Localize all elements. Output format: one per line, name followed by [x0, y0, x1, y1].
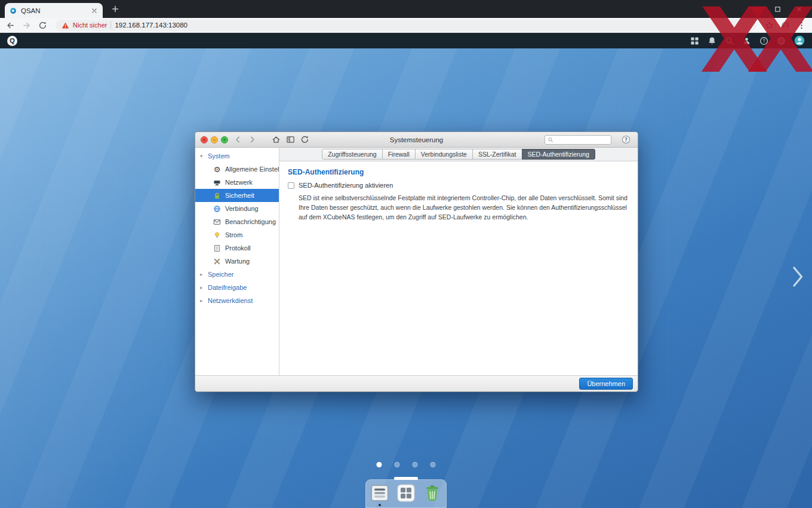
sed-description: SED ist eine selbstverschlüsselnde Festp…: [299, 194, 629, 222]
browser-tabstrip: QSAN: [0, 0, 812, 18]
sidebar-item-label: Wartung: [225, 258, 250, 265]
sidebar-section-dateifreigabe[interactable]: ▸Dateifreigabe: [195, 281, 279, 294]
address-bar[interactable]: Nicht sicher 192.168.177.143:13080: [56, 20, 756, 31]
dock-items: [365, 479, 447, 507]
maintenance-icon: [213, 258, 221, 265]
sidebar-item-sicherheit[interactable]: Sicherheit: [195, 189, 279, 202]
sidebar-section-netzwerkdienst[interactable]: ▸Netzwerkdienst: [195, 294, 279, 307]
window-statusbar: Übernehmen: [195, 375, 638, 391]
home-icon[interactable]: [272, 135, 281, 144]
sidebar-item-strom[interactable]: Strom: [195, 228, 279, 241]
window-search-input[interactable]: [556, 137, 608, 143]
reload-icon[interactable]: [38, 21, 47, 30]
apply-button[interactable]: Übernehmen: [579, 378, 633, 390]
nas-topbar: Q ?: [0, 33, 812, 48]
nas-desktop: ×−+ Systemsteuerung ? ▾System⚙Allgemeine…: [0, 48, 812, 508]
dock: [365, 479, 447, 508]
window-refresh-icon[interactable]: [300, 135, 309, 144]
window-back-icon[interactable]: [233, 135, 242, 144]
sidebar-item-label: Verbindung: [225, 205, 259, 212]
sidebar-item-netzwerk[interactable]: Netzwerk: [195, 176, 279, 189]
sidebar-toggle-icon[interactable]: [286, 135, 295, 144]
pager-dot-1[interactable]: [377, 462, 382, 467]
back-icon[interactable]: [6, 21, 15, 30]
tab-ssl-zertifikat[interactable]: SSL-Zertifikat: [472, 149, 522, 160]
sidebar-item-protokoll[interactable]: Protokoll: [195, 241, 279, 255]
tab-zugriffssteuerung[interactable]: Zugriffssteuerung: [322, 149, 383, 160]
sidebar-section-label: System: [208, 152, 230, 160]
search-icon[interactable]: [725, 36, 734, 45]
screen: QSAN Nicht sicher 192.168.177.143:13080 …: [0, 0, 812, 508]
sidebar-item-label: Netzwerk: [225, 179, 253, 186]
sidebar-item-allgemeine-einstellun[interactable]: ⚙Allgemeine Einstellun...: [195, 163, 279, 176]
dock-handle[interactable]: [394, 477, 418, 480]
sidebar-section-system[interactable]: ▾System: [195, 149, 279, 163]
address-divider: [110, 22, 111, 29]
dock-recycle-bin-icon[interactable]: [422, 483, 442, 507]
minimize-button[interactable]: [745, 0, 767, 18]
menu-icon[interactable]: [797, 21, 806, 30]
language-icon[interactable]: [777, 36, 786, 45]
sidebar-item-verbindung[interactable]: Verbindung: [195, 202, 279, 215]
sidebar-section-label: Dateifreigabe: [208, 284, 247, 291]
pager-dot-3[interactable]: [413, 462, 418, 467]
new-tab-button[interactable]: [111, 5, 119, 13]
sidebar-item-label: Allgemeine Einstellun...: [225, 166, 279, 173]
url-text: 192.168.177.143:13080: [115, 22, 187, 29]
sidebar-item-wartung[interactable]: Wartung: [195, 255, 279, 268]
next-page-chevron-icon[interactable]: [792, 266, 804, 287]
pager-dot-2[interactable]: [395, 462, 400, 467]
browser-tab[interactable]: QSAN: [5, 3, 103, 18]
forward-icon[interactable]: [22, 21, 31, 30]
star-icon[interactable]: [765, 21, 774, 30]
settings-tabbar: ZugriffssteuerungFirewallVerbindungslist…: [279, 148, 638, 161]
sed-enable-checkbox[interactable]: [288, 182, 294, 189]
tab-verbindungsliste[interactable]: Verbindungsliste: [415, 149, 473, 160]
topbar-actions: ?: [690, 35, 805, 46]
search-icon: [548, 137, 553, 143]
sidebar-section-label: Netzwerkdienst: [208, 297, 253, 304]
user-icon[interactable]: [742, 36, 751, 45]
profile-icon[interactable]: [781, 21, 790, 30]
systemsteuerung-window: ×−+ Systemsteuerung ? ▾System⚙Allgemeine…: [195, 131, 638, 392]
sidebar-section-speicher[interactable]: ▸Speicher: [195, 268, 279, 281]
help-icon[interactable]: ?: [759, 36, 768, 45]
sidebar-item-label: Strom: [225, 231, 242, 238]
sidebar-section-label: Speicher: [208, 271, 233, 278]
apps-icon[interactable]: [690, 36, 699, 45]
window-main: ZugriffssteuerungFirewallVerbindungslist…: [279, 148, 638, 375]
close-button[interactable]: [788, 0, 810, 18]
browser-toolbar: Nicht sicher 192.168.177.143:13080: [0, 18, 812, 33]
window-traffic-lights: ×−+: [201, 136, 228, 143]
account-icon[interactable]: [794, 35, 805, 46]
dock-app-center-icon[interactable]: [396, 483, 416, 507]
log-icon: [213, 244, 221, 252]
svg-text:?: ?: [625, 137, 628, 143]
sed-enable-row: SED-Authentifizierung aktivieren: [288, 182, 629, 189]
not-secure-warning-icon[interactable]: [61, 22, 69, 29]
help-button[interactable]: ?: [622, 135, 630, 144]
power-icon: [213, 231, 221, 239]
network-icon: [213, 179, 221, 186]
dock-control-panel-icon[interactable]: [370, 483, 390, 507]
pager-dot-4[interactable]: [430, 462, 436, 467]
sidebar-item-benachrichtigung[interactable]: Benachrichtigung: [195, 215, 279, 228]
window-forward-icon[interactable]: [248, 135, 257, 144]
traffic-minimize-button[interactable]: −: [211, 136, 218, 143]
sidebar-tree: ▾System⚙Allgemeine Einstellun...Netzwerk…: [195, 149, 279, 307]
traffic-close-button[interactable]: ×: [201, 136, 208, 143]
chrome-toolbar-actions: [765, 21, 806, 30]
tab-close-icon[interactable]: [91, 7, 98, 14]
traffic-zoom-button[interactable]: +: [221, 136, 228, 143]
dock-open-indicator: [379, 504, 381, 506]
notifications-icon[interactable]: [708, 36, 716, 45]
tab-sed-authentifizierung[interactable]: SED-Authentifizierung: [522, 149, 595, 160]
maximize-button[interactable]: [767, 0, 788, 18]
globe-icon: [213, 205, 221, 213]
not-secure-label: Nicht sicher: [73, 22, 107, 29]
qsan-logo[interactable]: Q: [7, 36, 17, 46]
window-search[interactable]: [545, 135, 611, 145]
sidebar-item-label: Protokoll: [225, 244, 251, 252]
tab-firewall[interactable]: Firewall: [382, 149, 416, 160]
svg-text:?: ?: [762, 38, 765, 44]
